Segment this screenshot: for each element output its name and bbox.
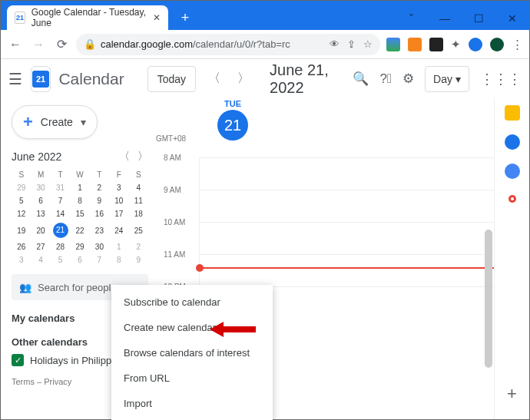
extension-icon[interactable] <box>386 38 400 51</box>
mini-day[interactable]: 3 <box>109 181 128 194</box>
window-minimize-icon[interactable]: — <box>428 7 462 30</box>
hour-label: 9 AM <box>164 186 181 194</box>
mini-day[interactable]: 4 <box>31 253 50 266</box>
mini-day[interactable]: 8 <box>109 253 128 266</box>
checkbox-checked-icon[interactable]: ✓ <box>12 354 24 366</box>
view-selector[interactable]: Day ▾ <box>425 66 469 92</box>
menu-item[interactable]: Import <box>111 391 273 416</box>
hour-row[interactable]: 8 AM <box>199 157 494 190</box>
tab-title: Google Calendar - Tuesday, June <box>31 7 147 28</box>
scrollbar-thumb[interactable] <box>485 230 492 368</box>
mini-next-icon[interactable]: 〉 <box>137 150 148 164</box>
back-icon[interactable]: ← <box>7 38 24 51</box>
window-close-icon[interactable]: ✕ <box>495 7 529 30</box>
menu-item[interactable]: Subscribe to calendar <box>111 289 273 315</box>
mini-day[interactable]: 8 <box>70 194 89 207</box>
create-button[interactable]: + Create ▾ <box>12 105 98 139</box>
mini-day[interactable]: 9 <box>90 194 109 207</box>
mini-day[interactable]: 15 <box>70 207 89 220</box>
search-icon[interactable]: 🔍 <box>353 71 369 87</box>
mini-day[interactable]: 26 <box>12 240 31 253</box>
hour-row[interactable]: 9 AM <box>199 190 494 222</box>
mini-day[interactable]: 2 <box>129 240 148 253</box>
extension-blue-icon[interactable] <box>469 38 482 51</box>
menu-item[interactable]: Browse calendars of interest <box>111 340 273 365</box>
settings-gear-icon[interactable]: ⚙ <box>402 71 414 87</box>
mini-day[interactable]: 11 <box>129 194 148 207</box>
search-placeholder: Search for people <box>38 282 117 293</box>
share-icon[interactable]: ⇪ <box>347 38 356 50</box>
google-apps-icon[interactable]: ⋮⋮⋮ <box>480 71 522 88</box>
help-icon[interactable]: ?⃝ <box>379 71 392 87</box>
terms-link[interactable]: Terms <box>12 377 35 386</box>
mini-day[interactable]: 18 <box>129 207 148 220</box>
metamask-icon[interactable] <box>408 38 422 51</box>
mini-day[interactable]: 31 <box>51 181 70 194</box>
prev-period-icon[interactable]: 〈 <box>204 71 225 87</box>
address-bar[interactable]: 🔒 calendar.google.com/calendar/u/0/r?tab… <box>76 34 380 55</box>
forward-icon[interactable]: → <box>30 38 47 51</box>
mini-day[interactable]: 29 <box>12 181 31 194</box>
mini-day[interactable]: 20 <box>31 220 50 240</box>
mini-day[interactable]: 1 <box>109 240 128 253</box>
mini-day[interactable]: 7 <box>90 253 109 266</box>
tasks-icon[interactable] <box>505 134 520 150</box>
add-addon-icon[interactable]: + <box>507 384 517 404</box>
mini-day[interactable]: 7 <box>51 194 70 207</box>
mini-day[interactable]: 29 <box>70 240 89 253</box>
bookmark-icon[interactable]: ☆ <box>363 38 373 50</box>
annotation-arrow <box>210 320 256 339</box>
mini-day[interactable]: 5 <box>51 253 70 266</box>
close-tab-icon[interactable]: ✕ <box>153 12 161 23</box>
reload-icon[interactable]: ⟳ <box>53 37 70 51</box>
contacts-icon[interactable] <box>505 164 520 179</box>
extension-dark-icon[interactable] <box>429 38 443 51</box>
day-of-week-label: TUE <box>224 99 241 108</box>
mini-prev-icon[interactable]: 〈 <box>119 150 130 164</box>
mini-day[interactable]: 30 <box>31 181 50 194</box>
window-dropdown-icon[interactable]: ˅ <box>394 7 428 30</box>
mini-day[interactable]: 13 <box>31 207 50 220</box>
profile-avatar-icon[interactable] <box>490 38 504 51</box>
mini-day[interactable]: 4 <box>129 181 148 194</box>
mini-day[interactable]: 2 <box>90 181 109 194</box>
hour-row[interactable]: 11 AM <box>199 254 494 286</box>
mini-calendar[interactable]: SMTWTFS 29303112345678910111213141516171… <box>12 168 148 266</box>
calendar-favicon: 21 <box>15 12 25 24</box>
mini-day[interactable]: 28 <box>51 240 70 253</box>
privacy-link[interactable]: Privacy <box>44 377 71 386</box>
mini-day[interactable]: 6 <box>70 253 89 266</box>
mini-day[interactable]: 16 <box>90 207 109 220</box>
mini-day[interactable]: 30 <box>90 240 109 253</box>
mini-day[interactable]: 24 <box>109 220 128 240</box>
mini-day[interactable]: 14 <box>51 207 70 220</box>
maps-icon[interactable] <box>505 193 520 208</box>
browser-tab[interactable]: 21 Google Calendar - Tuesday, June ✕ <box>7 5 168 30</box>
mini-day[interactable]: 21 <box>51 220 70 240</box>
browser-menu-icon[interactable]: ⋮ <box>512 38 523 51</box>
next-period-icon[interactable]: 〉 <box>233 71 254 87</box>
mini-day[interactable]: 22 <box>70 220 89 240</box>
menu-item[interactable]: From URL <box>111 365 273 391</box>
keep-icon[interactable] <box>505 105 520 121</box>
mini-day[interactable]: 9 <box>129 253 148 266</box>
mini-day[interactable]: 19 <box>12 220 31 240</box>
hour-row[interactable]: 10 AM <box>199 222 494 254</box>
window-maximize-icon[interactable]: ☐ <box>462 7 495 30</box>
mini-day[interactable]: 5 <box>12 194 31 207</box>
mini-month-title: June 2022 <box>12 150 61 163</box>
mini-day[interactable]: 3 <box>12 253 31 266</box>
eye-icon[interactable]: 👁 <box>330 38 340 50</box>
today-button[interactable]: Today <box>147 66 196 92</box>
mini-day[interactable]: 27 <box>31 240 50 253</box>
new-tab-button[interactable]: + <box>174 7 196 28</box>
main-menu-icon[interactable]: ☰ <box>8 70 23 88</box>
mini-day[interactable]: 25 <box>129 220 148 240</box>
mini-day[interactable]: 17 <box>109 207 128 220</box>
mini-day[interactable]: 12 <box>12 207 31 220</box>
mini-day[interactable]: 23 <box>90 220 109 240</box>
mini-day[interactable]: 6 <box>31 194 50 207</box>
extensions-puzzle-icon[interactable]: ✦ <box>451 38 461 51</box>
mini-day[interactable]: 10 <box>109 194 128 207</box>
mini-day[interactable]: 1 <box>70 181 89 194</box>
